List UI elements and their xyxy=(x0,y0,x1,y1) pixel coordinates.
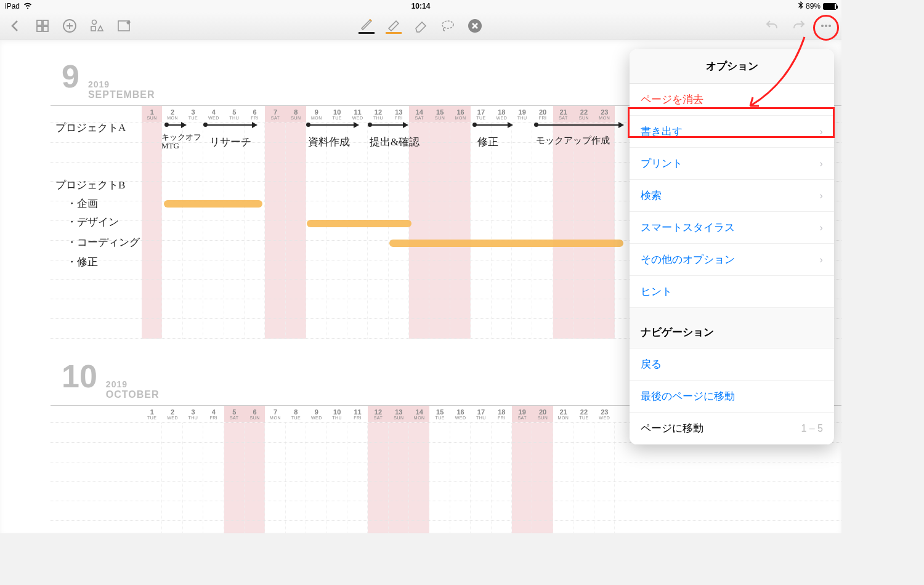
day-header: 19SAT xyxy=(512,406,532,422)
day-header: 8TUE xyxy=(286,406,306,422)
nav-最後のページに移動[interactable]: 最後のページに移動 xyxy=(630,381,834,413)
close-tool[interactable] xyxy=(467,18,483,34)
svg-rect-0 xyxy=(37,20,42,25)
day-header: 9MON xyxy=(306,106,326,123)
svg-rect-3 xyxy=(43,26,48,31)
back-button[interactable] xyxy=(7,18,23,34)
popover-title: オプション xyxy=(630,49,834,84)
option-書き出す[interactable]: 書き出す› xyxy=(630,116,834,148)
highlighter-tool[interactable] xyxy=(386,18,402,34)
arrow-task-a6 xyxy=(536,124,622,126)
nav-戻る[interactable]: 戻る xyxy=(630,349,834,381)
highlight-b2 xyxy=(307,220,411,227)
clock: 10:14 xyxy=(411,2,431,10)
nav-ページに移動[interactable]: ページに移動1 – 5 xyxy=(630,413,834,445)
svg-point-5 xyxy=(92,20,97,24)
day-header: 11WED xyxy=(347,106,368,123)
day-header: 13SUN xyxy=(389,406,409,422)
status-bar: iPad 10:14 89% xyxy=(0,0,841,12)
day-header: 18FRI xyxy=(492,406,512,422)
svg-point-12 xyxy=(829,25,831,27)
day-header: 13FRI xyxy=(389,106,409,123)
battery-pct: 89% xyxy=(806,2,821,10)
highlight-b1 xyxy=(164,200,262,208)
day-header: 15TUE xyxy=(429,406,450,422)
note-task-a6: モックアップ作成 xyxy=(536,135,610,147)
option-プリント[interactable]: プリント› xyxy=(630,148,834,180)
note-b2: ・デザイン xyxy=(67,215,119,229)
day-header: 9WED xyxy=(306,406,326,422)
day-header: 22TUE xyxy=(573,406,594,422)
page-range: 1 – 5 xyxy=(801,423,823,434)
day-header: 3TUE xyxy=(183,106,203,123)
grid-view-button[interactable] xyxy=(34,18,51,34)
option-その他のオプション[interactable]: その他のオプション› xyxy=(630,244,834,276)
undo-button[interactable] xyxy=(764,18,780,34)
redo-button[interactable] xyxy=(791,18,807,34)
app-toolbar xyxy=(0,12,841,39)
day-header: 5SAT xyxy=(224,406,245,422)
month-name: SEPTEMBER xyxy=(88,89,155,100)
day-header: 18WED xyxy=(492,106,512,123)
day-header: 12SAT xyxy=(368,406,388,422)
month-number: 9 xyxy=(62,58,79,95)
day-header: 2WED xyxy=(162,406,182,422)
note-b4: ・修正 xyxy=(67,255,98,269)
day-header: 20FRI xyxy=(532,106,553,123)
more-options-button[interactable] xyxy=(818,18,834,34)
eraser-tool[interactable] xyxy=(413,18,429,34)
day-header: 4FRI xyxy=(203,406,224,422)
day-header: 3THU xyxy=(183,406,203,422)
note-b3: ・コーディング xyxy=(67,235,140,249)
svg-rect-6 xyxy=(91,26,95,31)
month-year: 2019 xyxy=(88,79,155,89)
day-header: 7SAT xyxy=(265,106,285,123)
svg-rect-1 xyxy=(43,20,48,25)
day-header: 17TUE xyxy=(471,106,491,123)
day-header: 16WED xyxy=(450,406,471,422)
day-header: 22SUN xyxy=(573,106,594,123)
month-name: OCTOBER xyxy=(106,389,160,400)
note-task-a4: 提出&確認 xyxy=(370,135,419,149)
option-ヒント[interactable]: ヒント xyxy=(630,276,834,308)
day-header: 12THU xyxy=(368,106,388,123)
day-header: 5THU xyxy=(224,106,245,123)
option-検索[interactable]: 検索› xyxy=(630,180,834,212)
lasso-tool[interactable] xyxy=(440,18,456,34)
day-header: 21SAT xyxy=(553,106,573,123)
note-task-a1: キックオフ MTG xyxy=(161,133,201,151)
nav-section-header: ナビゲーション xyxy=(630,308,834,349)
shapes-button[interactable] xyxy=(89,18,105,34)
day-header: 14MON xyxy=(409,406,429,422)
note-project-b: プロジェクトB xyxy=(55,178,125,192)
svg-point-8 xyxy=(442,21,453,28)
day-header: 11FRI xyxy=(347,406,368,422)
chevron-right-icon: › xyxy=(819,254,823,266)
day-header: 10THU xyxy=(327,406,347,422)
day-header: 10TUE xyxy=(327,106,347,123)
day-header: 6SUN xyxy=(245,406,265,422)
wifi-icon xyxy=(23,2,32,10)
day-header: 17THU xyxy=(471,406,491,422)
day-header: 4WED xyxy=(203,106,224,123)
day-header: 2MON xyxy=(162,106,182,123)
month-number: 10 xyxy=(62,358,97,395)
note-b1: ・企画 xyxy=(67,196,98,211)
option-ページを消去[interactable]: ページを消去 xyxy=(630,84,834,116)
note-task-a5: 修正 xyxy=(477,135,498,149)
day-header: 1SUN xyxy=(142,106,162,123)
chevron-right-icon: › xyxy=(819,158,823,170)
day-header: 8SUN xyxy=(286,106,306,123)
day-header: 6FRI xyxy=(245,106,265,123)
text-box-button[interactable] xyxy=(116,18,132,34)
svg-point-11 xyxy=(825,25,827,27)
svg-point-10 xyxy=(821,25,824,27)
pen-tool[interactable] xyxy=(359,18,375,34)
arrow-task-a4 xyxy=(370,124,407,126)
month-year: 2019 xyxy=(106,379,160,389)
highlight-b3 xyxy=(389,240,623,247)
add-page-button[interactable] xyxy=(62,18,78,34)
svg-rect-2 xyxy=(37,26,42,31)
day-header: 19THU xyxy=(512,106,532,123)
option-スマートスタイラス[interactable]: スマートスタイラス› xyxy=(630,212,834,244)
